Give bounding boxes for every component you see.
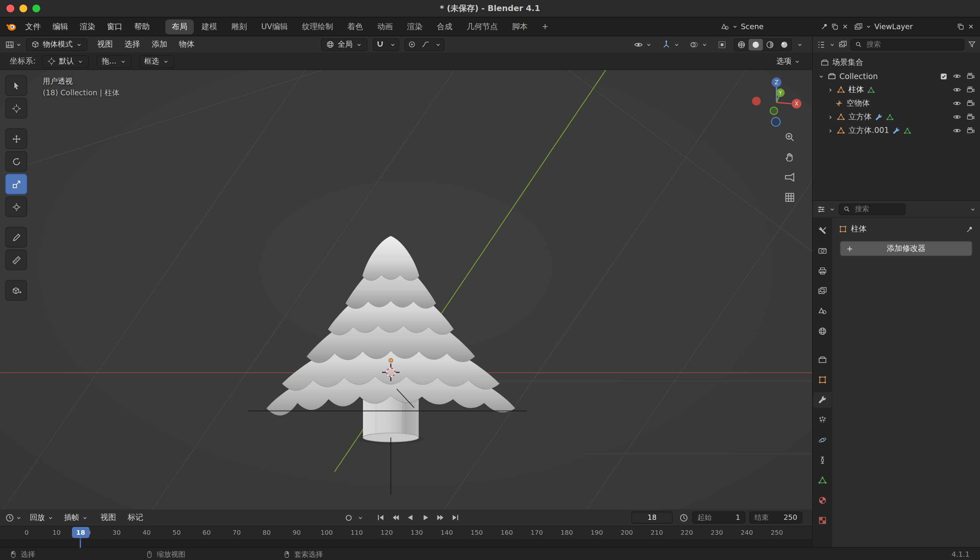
current-frame-field[interactable]: 18 [631,512,673,524]
tab-scene[interactable] [813,303,832,319]
collection-label[interactable]: Collection [839,72,878,81]
menu-edit[interactable]: 编辑 [47,19,74,34]
chevron-down-icon[interactable] [435,41,442,48]
menu-add[interactable]: 添加 [146,37,173,52]
proportional-edit-group[interactable] [405,38,445,51]
expand-chevron-icon[interactable] [818,73,825,79]
viewlayer-selector[interactable]: ViewLayer [854,22,975,31]
eye-icon[interactable] [953,99,961,108]
camera-visibility-icon[interactable] [967,72,975,80]
tool-annotate[interactable] [5,227,27,248]
menu-view[interactable]: 视图 [92,37,118,52]
next-keyframe-button[interactable] [433,512,447,523]
tab-tool[interactable] [813,223,832,238]
scene-selector[interactable]: Scene [721,22,849,31]
workspace-tab-geonodes[interactable]: 几何节点 [460,19,504,34]
jump-to-start-button[interactable] [374,512,387,523]
xray-toggle[interactable] [715,38,729,50]
timeline-ruler[interactable]: 2502402302202102001901801701601501401301… [0,526,812,539]
menu-file[interactable]: 文件 [20,19,47,34]
workspace-tab-texpaint[interactable]: 纹理绘制 [295,19,340,34]
frame-start-field[interactable]: 起始 1 [692,512,745,524]
gizmos-dropdown[interactable] [659,38,682,50]
viewport-3d[interactable]: 用户透视 (18) Collection | 柱体 Z X [0,70,812,510]
tab-object-data[interactable] [813,472,832,488]
eye-icon[interactable] [953,85,961,94]
object-label[interactable]: 立方体.001 [848,125,889,136]
chevron-down-icon[interactable] [865,23,872,30]
tab-output[interactable] [813,263,832,279]
chevron-down-icon[interactable] [15,41,22,48]
workspace-tab-compositing[interactable]: 合成 [430,19,459,34]
menu-select[interactable]: 选择 [118,37,146,52]
pin-icon[interactable] [966,225,973,233]
tab-constraints[interactable] [813,452,832,468]
outliner-row-collection[interactable]: Collection [813,69,980,83]
copy-icon[interactable] [831,23,839,30]
copy-icon[interactable] [957,23,965,30]
add-modifier-button[interactable]: 添加修改器 [840,241,972,256]
navigation-gizmo[interactable]: Z X Y [750,76,802,128]
tab-material[interactable] [813,493,832,508]
chevron-down-icon[interactable] [390,41,396,48]
prev-keyframe-button[interactable] [389,512,402,523]
properties-search-input[interactable] [853,204,901,214]
camera-visibility-icon[interactable] [967,127,975,135]
shading-solid-button[interactable] [748,38,763,50]
outliner-row-empty[interactable]: 空物体 [813,97,980,110]
blender-logo-icon[interactable] [5,21,17,32]
ortho-grid-icon[interactable] [784,192,795,203]
mode-dropdown[interactable]: 物体模式 [26,38,88,51]
editor-type-icon[interactable] [5,40,14,49]
pivot-dropdown[interactable]: 默认 [42,55,89,68]
close-icon[interactable] [967,23,975,30]
workspace-tab-rendering[interactable]: 渲染 [400,19,429,34]
transform-orientation-dropdown[interactable]: 全局 [321,38,368,51]
outliner-editor-icon[interactable] [817,40,826,49]
play-button[interactable] [419,512,432,523]
chevron-down-icon[interactable] [970,206,976,212]
eye-icon[interactable] [953,127,961,135]
snap-toggle-group[interactable] [373,38,399,51]
chevron-down-icon[interactable] [15,514,22,521]
scene-name[interactable]: Scene [741,22,763,31]
object-label[interactable]: 立方体 [848,112,872,122]
tool-add-cube[interactable] [5,280,27,301]
checkbox-icon[interactable] [940,72,948,80]
pin-icon[interactable] [820,23,828,30]
gizmo-y-neg-axis[interactable] [770,107,777,114]
workspace-tab-layout[interactable]: 布局 [165,19,194,34]
tab-render[interactable] [813,243,832,258]
drag-dropdown[interactable]: 拖... [97,55,131,68]
shading-wireframe-button[interactable] [734,38,748,50]
overlays-dropdown[interactable] [687,38,710,50]
tool-scale[interactable] [5,174,27,195]
chevron-down-icon[interactable] [829,41,835,48]
chevron-down-icon[interactable] [829,206,835,212]
workspace-tab-shading[interactable]: 着色 [341,19,370,34]
camera-visibility-icon[interactable] [967,99,975,108]
outliner-row-cylinder[interactable]: 柱体 [813,83,980,97]
tab-physics[interactable] [813,432,832,448]
tool-move[interactable] [5,128,27,149]
auto-key-button[interactable] [342,512,355,523]
outliner-search[interactable] [850,38,965,50]
shading-material-button[interactable] [763,38,777,50]
tree-model[interactable] [267,236,515,444]
tab-object[interactable] [813,372,832,388]
tool-measure[interactable] [5,250,27,270]
collapsed-chevron-icon[interactable] [827,87,833,93]
eye-icon[interactable] [953,113,961,121]
outliner-row-scene-collection[interactable]: 场景集合 [813,56,980,69]
properties-editor-icon[interactable] [817,205,826,213]
workspace-tab-uv[interactable]: UV编辑 [255,19,294,34]
clock-icon[interactable] [679,513,688,522]
camera-view-icon[interactable] [784,172,795,183]
timeline-marker-menu[interactable]: 标记 [122,510,149,525]
proportional-edit-icon[interactable] [408,40,416,48]
workspace-tab-modeling[interactable]: 建模 [195,19,223,34]
tab-particles[interactable] [813,412,832,428]
tab-collection[interactable] [813,352,832,368]
chevron-down-icon[interactable] [357,514,363,521]
magnet-icon[interactable] [376,40,384,48]
